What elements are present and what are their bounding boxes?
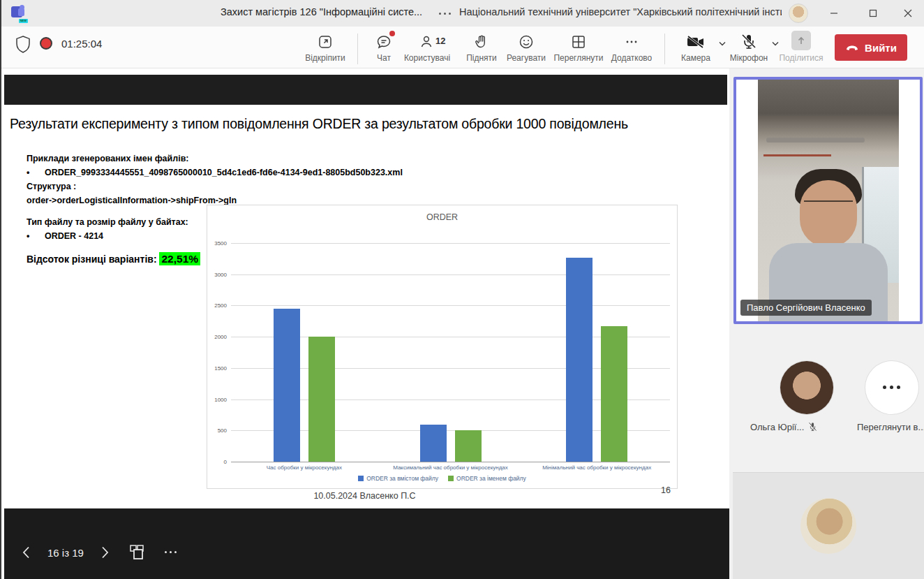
share-icon xyxy=(772,32,830,50)
previous-slide-button[interactable] xyxy=(17,543,35,562)
view-more-participants-button[interactable] xyxy=(865,361,918,414)
participants-panel: Павло Сергійович Власенко Ольга Юрії... … xyxy=(729,68,924,579)
gridline xyxy=(231,462,670,462)
react-button[interactable]: Реагувати xyxy=(497,32,556,63)
participants-button[interactable]: 12 Користувачі xyxy=(398,32,456,63)
percent-value-highlight: 22,51% xyxy=(159,252,200,265)
mic-button[interactable]: Мікрофон xyxy=(717,32,780,63)
recording-indicator-icon xyxy=(40,37,52,50)
meeting-toolbar: 01:25:04 Відкріпити Чат 12 Користувачі П… xyxy=(0,27,924,68)
view-more-label: Переглянути в... xyxy=(857,422,924,432)
y-tick-label: 3000 xyxy=(214,271,227,277)
minimize-button[interactable] xyxy=(818,0,850,27)
y-tick-label: 1500 xyxy=(214,365,227,371)
organization-name: Національний технічний університет "Харк… xyxy=(459,6,782,17)
bar xyxy=(601,326,627,462)
unpin-button[interactable]: Відкріпити xyxy=(296,32,355,63)
participants-count: 12 xyxy=(435,36,445,46)
y-tick-label: 2000 xyxy=(214,334,227,340)
titlebar-more-icon[interactable] xyxy=(437,6,454,21)
slide-footer: 10.05.2024 Власенко П.С xyxy=(0,491,729,501)
slide-text-examples-heading: Приклади згенерованих імен файлів: xyxy=(27,154,189,163)
y-tick-label: 2500 xyxy=(214,302,227,309)
presentation-more-icon[interactable] xyxy=(161,542,181,563)
chat-notification-dot xyxy=(389,31,395,36)
mic-muted-icon xyxy=(807,422,818,432)
speaker-video-tile[interactable]: Павло Сергійович Власенко xyxy=(733,77,923,324)
share-button: Поділитися xyxy=(772,32,830,63)
slide-text-structure-path: order->orderLogisticalInformation->shipF… xyxy=(27,196,237,205)
percent-line: Відсоток різниці варіантів: 22,51% xyxy=(27,253,200,265)
leave-button[interactable]: Вийти xyxy=(835,34,907,61)
leave-label: Вийти xyxy=(865,42,897,54)
chart-legend: ORDER за вмістом файлуORDER за іменем фа… xyxy=(207,475,677,482)
y-tick-label: 0 xyxy=(224,459,227,465)
self-video-tile[interactable] xyxy=(733,472,924,579)
category-label: Максимальний час обробки у мікросекундах xyxy=(378,465,524,471)
close-button[interactable] xyxy=(892,0,924,27)
speaker-video xyxy=(758,80,899,321)
slide-text-filename: ORDER_9993334445551_4098765000010_5d4c1e… xyxy=(45,168,403,177)
grid-view-icon xyxy=(549,32,608,50)
bar xyxy=(566,258,593,462)
stage-bottom-bar: 16 із 19 xyxy=(4,508,729,579)
bar xyxy=(308,337,335,462)
participant-name-label: Ольга Юрії... xyxy=(750,422,818,432)
pagination-label: 16 із 19 xyxy=(47,547,84,559)
gridline xyxy=(231,243,670,244)
bullet: • xyxy=(27,231,45,241)
thumbnail-grid-icon[interactable] xyxy=(127,542,148,563)
presentation-stage: Результати експерименту з типом повідомл… xyxy=(0,68,729,579)
slide-title: Результати експерименту з типом повідомл… xyxy=(10,116,715,132)
gridline xyxy=(231,274,670,275)
title-bar: NEW Захист магістрів 126 "Інформаційні с… xyxy=(0,0,924,27)
slide-text-size-heading: Тип файлу та розмір файлу у байтах: xyxy=(27,217,188,227)
window-edge xyxy=(0,0,1,579)
category-label: Час обробки у мікросекундах xyxy=(231,465,378,471)
chart-title: ORDER xyxy=(207,212,677,222)
gridline xyxy=(231,305,670,306)
y-tick-label: 3500 xyxy=(214,240,227,247)
teams-new-badge: NEW xyxy=(19,19,28,23)
bullet: • xyxy=(27,168,45,177)
slide-page-number: 16 xyxy=(661,485,671,495)
percent-label: Відсоток різниці варіантів: xyxy=(27,254,157,265)
legend-item: ORDER за вмістом файлу xyxy=(358,475,438,482)
slide-text-structure-heading: Структура : xyxy=(27,182,76,191)
bar xyxy=(455,430,482,462)
slide-text-size-value: ORDER - 4214 xyxy=(45,231,103,241)
category-label: Мінімальний час обробки у мікросекундах xyxy=(523,465,670,471)
legend-item: ORDER за іменем файлу xyxy=(448,475,526,482)
more-icon xyxy=(602,32,661,50)
view-button[interactable]: Переглянути xyxy=(549,32,608,63)
ellipsis-icon xyxy=(883,386,901,390)
mic-off-icon xyxy=(717,32,780,50)
shield-icon xyxy=(15,36,31,54)
popout-icon xyxy=(296,32,355,50)
speaker-name-tag: Павло Сергійович Власенко xyxy=(740,300,872,316)
order-bar-chart: ORDER 0500100015002000250030003500Час об… xyxy=(207,205,678,489)
teams-logo-icon: NEW xyxy=(10,5,27,22)
y-tick-label: 1000 xyxy=(214,396,227,402)
hangup-icon xyxy=(845,44,859,51)
more-actions-button[interactable]: Додатково xyxy=(602,32,661,63)
stage-top-bar xyxy=(4,75,727,105)
account-avatar[interactable] xyxy=(789,3,808,23)
smiley-icon xyxy=(497,32,556,50)
meeting-title: Захист магістрів 126 "Інформаційні систе… xyxy=(221,6,430,17)
chart-plot-area: 0500100015002000250030003500Час обробки … xyxy=(231,243,670,462)
slide: Результати експерименту з типом повідомл… xyxy=(0,105,729,507)
y-tick-label: 500 xyxy=(218,427,227,434)
bar xyxy=(274,309,300,462)
recording-timer: 01:25:04 xyxy=(61,38,102,50)
slide-pagination: 16 із 19 xyxy=(17,542,181,563)
participant-photo-avatar xyxy=(800,498,856,554)
next-slide-button[interactable] xyxy=(96,543,114,562)
participant-avatar[interactable] xyxy=(780,361,833,414)
maximize-button[interactable] xyxy=(857,0,889,27)
bar xyxy=(420,425,447,462)
people-icon: 12 xyxy=(398,32,456,50)
